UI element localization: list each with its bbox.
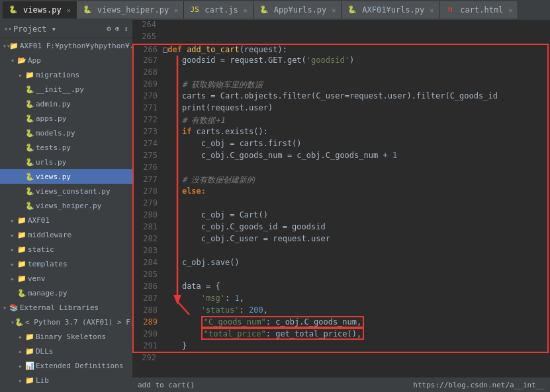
tab-axf01-urls-py[interactable]: 🐍 AXF01¥urls.py ✕ <box>342 1 439 19</box>
sidebar-item-lib[interactable]: ▸ 📁 Lib <box>0 373 132 387</box>
code-line-267: 267 goodsid = request.GET.get('goodsid') <box>132 56 549 67</box>
sidebar-item-pip-egg[interactable]: ▸ 📁 pip-19.0.3-py3.7.egg <box>0 387 132 392</box>
tab-label-axf01-urls-py: AXF01¥urls.py <box>362 5 424 15</box>
sidebar-item-init-py[interactable]: 🐍 __init__.py <box>0 82 132 97</box>
sidebar-item-migrations[interactable]: ▸ 📁 migrations <box>0 67 132 82</box>
folder-icon-lib: 📁 <box>25 376 34 385</box>
sidebar-item-admin-py[interactable]: 🐍 admin.py <box>0 97 132 111</box>
venv-label: venv <box>28 274 46 283</box>
init-py-label: __init__.py <box>36 85 84 94</box>
line-num-281: 281 <box>134 222 160 234</box>
line-num-285: 285 <box>134 270 160 282</box>
py-file-icon-urls: 🐍 <box>25 158 34 167</box>
sidebar-item-middleware[interactable]: ▸ 📁 middleware <box>0 227 132 242</box>
tab-label-views-py: views.py <box>23 5 62 15</box>
line-num-267: 267 <box>134 56 160 67</box>
arrow-binary: ▸ <box>19 333 25 340</box>
tab-close-views-py[interactable]: ✕ <box>67 7 71 14</box>
code-line-265: 265 <box>132 32 550 44</box>
line-num-270: 270 <box>134 91 160 103</box>
folder-icon-templates: 📁 <box>17 260 26 268</box>
line-content-290: "total_price": get_total_price(), <box>160 329 547 341</box>
py-file-icon-views: 🐍 <box>25 173 34 181</box>
line-content-283 <box>160 246 547 258</box>
tab-views-py[interactable]: 🐍 views.py ✕ <box>3 1 77 19</box>
sidebar-item-urls-py[interactable]: 🐍 urls.py <box>0 155 132 169</box>
sidebar-item-dlls[interactable]: ▸ 📁 DLLs <box>0 344 132 358</box>
tab-close-2[interactable]: ✕ <box>174 7 178 14</box>
arrow-dlls: ▸ <box>19 348 25 355</box>
code-line-271: 271 print(request.user) <box>132 103 549 115</box>
sidebar-item-python37[interactable]: ▾ 🐍 < Python 3.7 (AXF01) > F:¥... <box>0 315 132 329</box>
code-line-276: 276 <box>132 163 549 175</box>
line-num-290: 290 <box>134 329 160 341</box>
js-icon: JS <box>189 5 200 15</box>
static-label: static <box>28 245 54 254</box>
line-content-266: □def add_to_cart(request): <box>160 45 547 56</box>
sidebar-item-binary-skeletons[interactable]: ▸ 📁 Binary Skeletons <box>0 329 132 344</box>
tab-close-6[interactable]: ✕ <box>508 7 512 14</box>
sidebar-item-app[interactable]: ▾ 📂 App <box>0 53 132 67</box>
sidebar-item-external-libs[interactable]: ▾ 📚 External Libraries <box>0 300 132 315</box>
status-right-text: https://blog.csdn.net/a__int__ <box>413 381 545 389</box>
project-arrow[interactable]: ▾ <box>4 25 11 32</box>
migrations-label: migrations <box>36 71 79 79</box>
sidebar-item-manage-py[interactable]: 🐍 manage.py <box>0 286 132 300</box>
tab-close-3[interactable]: ✕ <box>244 7 248 14</box>
tab-app-urls-py[interactable]: 🐍 App¥urls.py ✕ <box>253 1 342 19</box>
sidebar-item-apps-py[interactable]: 🐍 apps.py <box>0 111 132 126</box>
extended-defs-label: Extended Definitions <box>36 362 123 370</box>
apps-py-label: apps.py <box>36 114 66 123</box>
tab-close-5[interactable]: ✕ <box>430 7 434 14</box>
tab-bar: 🐍 views.py ✕ 🐍 views_heiper.py ✕ JS cart… <box>0 0 550 20</box>
py-icon-4: 🐍 <box>347 5 357 15</box>
sidebar-item-models-py[interactable]: 🐍 models.py <box>0 126 132 140</box>
code-line-266: 266 □def add_to_cart(request): <box>132 44 549 56</box>
external-libs-label: External Libraries <box>20 303 99 312</box>
code-line-280: 280 c_obj = Cart() <box>132 210 549 222</box>
tab-views-heiper-py[interactable]: 🐍 views_heiper.py ✕ <box>77 1 184 19</box>
sidebar-item-views-constant-py[interactable]: 🐍 views_constant.py <box>0 184 132 198</box>
code-line-279: 279 <box>132 198 549 210</box>
sidebar-item-axf01[interactable]: ▸ 📁 AXF01 <box>0 213 132 227</box>
code-lines: 264 265 266 □def add_to_cart(request): <box>132 20 550 365</box>
arrow-migrations: ▸ <box>19 71 25 79</box>
line-num-271: 271 <box>134 103 160 115</box>
py-file-icon-init: 🐍 <box>25 85 34 94</box>
sidebar-item-extended-defs[interactable]: ▸ 📊 Extended Definitions <box>0 358 132 373</box>
line-num-287: 287 <box>134 294 160 305</box>
line-content-286: data = { <box>160 282 547 294</box>
line-content-281: c_obj.C_goods_id = goodsid <box>160 222 547 234</box>
folder-icon-middleware: 📁 <box>17 231 26 239</box>
models-py-label: models.py <box>36 129 75 137</box>
code-line-287: 287 'msg': 1, <box>132 294 549 305</box>
code-line-268: 268 <box>132 67 549 79</box>
folder-icon-app: 📂 <box>17 56 26 65</box>
lines-container[interactable]: 264 265 266 □def add_to_cart(request): <box>132 20 550 377</box>
sidebar-item-tests-py[interactable]: 🐍 tests.py <box>0 140 132 155</box>
sidebar-item-static[interactable]: ▸ 📁 static <box>0 242 132 256</box>
sidebar-item-views-heiper-py[interactable]: 🐍 views_heiper.py <box>0 198 132 213</box>
tab-cart-js[interactable]: JS cart.js ✕ <box>184 1 253 19</box>
folder-icon-extended: 📊 <box>25 362 34 370</box>
folder-icon-axf01-sub: 📁 <box>17 216 26 225</box>
code-editor: 264 265 266 □def add_to_cart(request): <box>132 20 550 392</box>
line-num-280: 280 <box>134 210 160 222</box>
project-label: Project ▾ <box>13 24 56 34</box>
arrow-venv: ▸ <box>11 275 17 282</box>
middleware-label: middleware <box>28 231 71 239</box>
binary-skeletons-label: Binary Skeletons <box>36 333 106 341</box>
axf01-root-label: AXF01 F:¥python¥yhpython¥... <box>20 42 132 50</box>
line-num-273: 273 <box>134 127 160 139</box>
sidebar-item-axf01-root[interactable]: ▾ 📁 AXF01 F:¥python¥yhpython¥... <box>0 38 132 53</box>
views-heiper-py-label: views_heiper.py <box>36 202 101 210</box>
line-content-267: goodsid = request.GET.get('goodsid') <box>160 56 547 67</box>
line-num-266: 266 <box>134 45 160 56</box>
tab-close-4[interactable]: ✕ <box>332 7 336 14</box>
sidebar-item-venv[interactable]: ▸ 📁 venv <box>0 271 132 286</box>
sidebar-item-templates[interactable]: ▸ 📁 templates <box>0 256 132 271</box>
tab-cart-html[interactable]: H cart.html ✕ <box>439 1 518 19</box>
sidebar-item-views-py[interactable]: 🐍 views.py <box>0 169 132 184</box>
tab-label-views-heiper-py: views_heiper.py <box>97 5 169 15</box>
axf01-sub-label: AXF01 <box>28 216 50 225</box>
